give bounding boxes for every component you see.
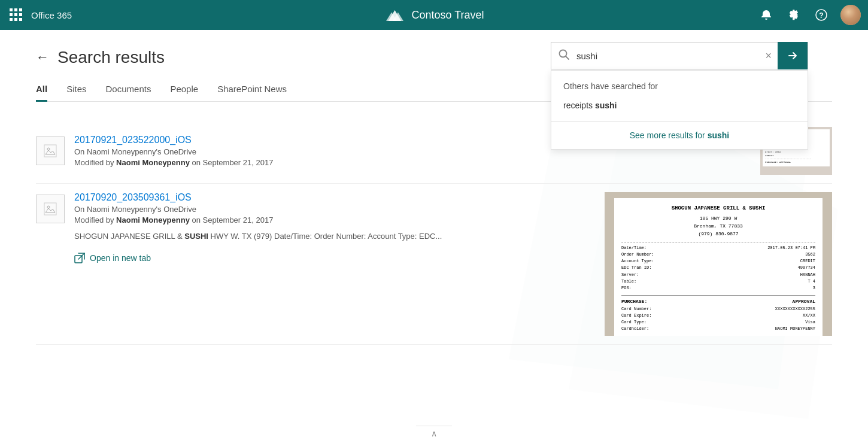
result-content-2: 20170920_203509361_iOS On Naomi Moneypen… bbox=[74, 192, 593, 263]
back-button[interactable]: ← bbox=[36, 50, 49, 65]
others-searched-heading: Others have searched for bbox=[563, 81, 796, 91]
scroll-up-indicator[interactable]: ∧ bbox=[416, 426, 452, 440]
open-new-tab-button[interactable]: Open in new tab bbox=[74, 253, 593, 263]
search-submit-button[interactable] bbox=[778, 42, 808, 69]
receipt-address2: Brenham, TX 77833 bbox=[621, 223, 815, 230]
user-avatar[interactable] bbox=[840, 5, 861, 25]
search-dropdown: Others have searched for receipts sushi … bbox=[551, 70, 808, 150]
svg-line-13 bbox=[566, 56, 569, 59]
brand-logo: Contoso Travel bbox=[384, 4, 484, 26]
result-icon-2 bbox=[36, 195, 65, 223]
receipt-phone: (979) 830-9877 bbox=[621, 230, 815, 238]
avatar-image bbox=[840, 5, 861, 25]
see-more-link[interactable]: See more results for sushi bbox=[630, 131, 730, 140]
tab-sharepoint-news[interactable]: SharePoint News bbox=[217, 84, 287, 102]
search-box: × bbox=[551, 42, 808, 69]
app-name: Office 365 bbox=[31, 10, 72, 20]
image-file-icon-2 bbox=[42, 201, 59, 217]
main-content: ← Search results All Sites Documents Peo… bbox=[0, 30, 868, 440]
tab-documents[interactable]: Documents bbox=[106, 84, 151, 102]
tab-all[interactable]: All bbox=[36, 84, 47, 102]
help-icon[interactable]: ? bbox=[813, 7, 830, 23]
image-file-icon bbox=[42, 142, 59, 159]
search-submit-icon bbox=[787, 50, 798, 61]
search-clear-button[interactable]: × bbox=[759, 50, 778, 62]
suggestion-row[interactable]: receipts sushi bbox=[563, 98, 796, 113]
waffle-button[interactable] bbox=[7, 6, 25, 24]
topbar: Office 365 Contoso Travel ? bbox=[0, 0, 868, 30]
search-area: × Others have searched for receipts sush… bbox=[551, 42, 808, 150]
logo-icon bbox=[384, 4, 405, 26]
search-input[interactable] bbox=[576, 51, 759, 61]
brand-name: Contoso Travel bbox=[411, 9, 484, 22]
result-title-2[interactable]: 20170920_203509361_iOS bbox=[74, 192, 593, 203]
page-title: Search results bbox=[57, 48, 165, 67]
result-thumbnail-large: SHOGUN JAPANESE GRILL & SUSHI 105 HWY 29… bbox=[605, 192, 832, 336]
dropdown-section: Others have searched for receipts sushi bbox=[551, 71, 808, 121]
tab-sites[interactable]: Sites bbox=[66, 84, 86, 102]
results-container: 20170921_023522000_iOS On Naomi Moneypen… bbox=[36, 119, 832, 345]
result-item: 20170920_203509361_iOS On Naomi Moneypen… bbox=[36, 184, 832, 345]
result-meta3: On Naomi Moneypenny's OneDrive bbox=[74, 205, 593, 214]
waffle-icon bbox=[10, 8, 23, 22]
open-new-tab-icon bbox=[74, 253, 85, 263]
result-snippet: SHOGUN JAPANESE GRILL & SUSHI HWY W. TX … bbox=[74, 232, 593, 241]
settings-icon[interactable] bbox=[785, 7, 802, 23]
tab-people[interactable]: People bbox=[170, 84, 198, 102]
svg-rect-7 bbox=[44, 145, 56, 157]
result-meta2: Modified by Naomi Moneypenny on Septembe… bbox=[74, 158, 760, 167]
svg-text:?: ? bbox=[819, 11, 823, 20]
search-icon bbox=[551, 49, 576, 62]
receipt-title: SHOGUN JAPANESE GRILL & SUSHI bbox=[621, 204, 815, 213]
topbar-actions: ? bbox=[758, 5, 861, 25]
svg-rect-9 bbox=[44, 203, 56, 215]
result-icon bbox=[36, 136, 65, 165]
notification-icon[interactable] bbox=[758, 7, 775, 23]
see-more-row: See more results for sushi bbox=[551, 122, 808, 149]
result-meta4: Modified by Naomi Moneypenny on Septembe… bbox=[74, 216, 593, 224]
receipt-address1: 105 HWY 290 W bbox=[621, 215, 815, 223]
